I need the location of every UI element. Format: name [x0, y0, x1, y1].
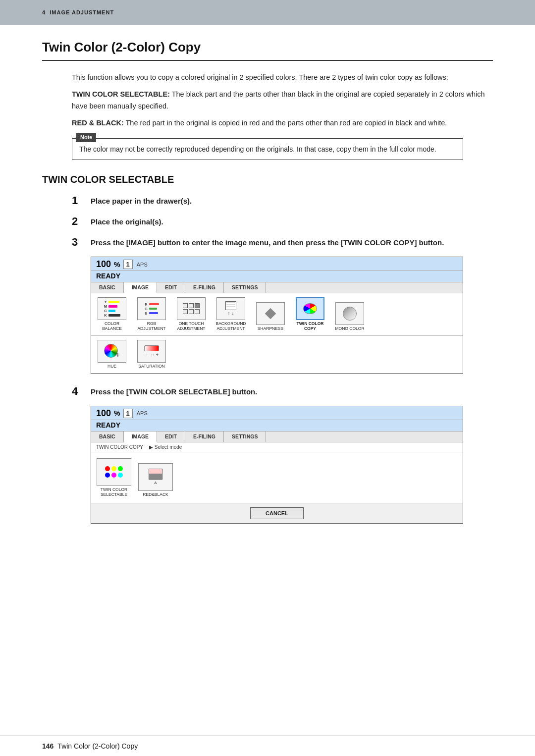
- ui-aps-2: APS: [137, 410, 148, 416]
- step-2-text: Place the original(s).: [91, 215, 163, 227]
- one-touch-label: ONE TOUCH ADJUSTMENT: [173, 321, 209, 331]
- ui-inner-label: TWIN COLOR COPY ▶ Select mode: [91, 442, 463, 452]
- main-content: Twin Color (2-Color) Copy This function …: [0, 25, 535, 564]
- rgb-sliders-display: R G B: [145, 303, 159, 315]
- intro-para3: RED & BLACK: The red part in the origina…: [72, 117, 493, 129]
- ui-page-1: 1: [123, 260, 133, 269]
- ui-percent-sym-1: %: [114, 261, 120, 269]
- color-bars-display: Y M C K: [103, 299, 121, 318]
- twin-color-icon: [296, 297, 324, 320]
- rgb-icon: R G B: [137, 297, 166, 320]
- color-balance-icon: Y M C K: [98, 297, 126, 320]
- footer-title: Twin Color (2-Color) Copy: [57, 742, 138, 750]
- step-1-num: 1: [72, 194, 91, 207]
- ui-tab-bar-2: BASIC IMAGE EDIT E-FILING SETTINGS: [91, 432, 463, 442]
- ui-tab-image-1[interactable]: IMAGE: [124, 282, 157, 293]
- ui-btn-one-touch[interactable]: ONE TOUCH ADJUSTMENT: [173, 297, 209, 331]
- background-icon: ↑ ↓: [216, 297, 245, 320]
- hue-icon: +: [98, 340, 126, 363]
- ui-tab-settings-1[interactable]: SETTINGS: [224, 282, 267, 293]
- footer-page-num: 146: [42, 742, 54, 750]
- hue-display: +: [102, 342, 122, 360]
- ui-mockup-2: 100 % 1 APS READY BASIC IMAGE EDIT E-FIL…: [91, 406, 463, 524]
- ui-tab-efiling-1[interactable]: E-FILING: [185, 282, 224, 293]
- header-bar: 4 IMAGE ADJUSTMENT: [0, 0, 535, 25]
- step-4-text: Press the [TWIN COLOR SELECTABLE] button…: [91, 385, 257, 397]
- rgb-label: RGB ADJUSTMENT: [134, 321, 169, 331]
- ui-tab-bar-1: BASIC IMAGE EDIT E-FILING SETTINGS: [91, 282, 463, 293]
- mono-color-label: MONO COLOR: [335, 326, 364, 331]
- step-4-num: 4: [72, 385, 91, 398]
- note-label: Note: [76, 133, 96, 143]
- ui-percent-sym-2: %: [114, 409, 120, 417]
- intro-section: This function allows you to copy a color…: [72, 72, 493, 129]
- sharpness-icon: [256, 302, 285, 325]
- ui-btn-mono-color[interactable]: MONO COLOR: [332, 302, 368, 331]
- ui-tab-basic-2[interactable]: BASIC: [91, 432, 124, 442]
- intro-para1: This function allows you to copy a color…: [72, 72, 493, 84]
- ui-tab-settings-2[interactable]: SETTINGS: [224, 432, 267, 442]
- page-title: Twin Color (2-Color) Copy: [42, 40, 493, 61]
- step-4: 4 Press the [TWIN COLOR SELECTABLE] butt…: [72, 385, 493, 398]
- ui-top-bar-2: 100 % 1 APS: [91, 406, 463, 420]
- ui-tab-edit-2[interactable]: EDIT: [157, 432, 185, 442]
- ui-percent-2: 100: [96, 408, 111, 419]
- ui-buttons-row-2: + HUE — ↔ + SATURATION: [91, 335, 463, 373]
- ui-aps-1: APS: [137, 262, 148, 268]
- step-3-text: Press the [IMAGE] button to enter the im…: [91, 236, 444, 248]
- cancel-bar: CANCEL: [91, 503, 463, 523]
- ui-btn-background[interactable]: ↑ ↓ BACKGROUND ADJUSTMENT: [213, 297, 249, 331]
- ui-tab-image-2[interactable]: IMAGE: [124, 432, 157, 442]
- ui-page-2: 1: [123, 409, 133, 418]
- sharpness-display: [267, 310, 274, 318]
- step-1: 1 Place paper in the drawer(s).: [72, 194, 493, 207]
- ui-btn-saturation[interactable]: — ↔ + SATURATION: [134, 340, 169, 369]
- step-2-num: 2: [72, 215, 91, 228]
- ui-top-bar-1: 100 % 1 APS: [91, 257, 463, 271]
- ui-buttons-row2: TWIN COLOR SELECTABLE A RED&BLACK: [91, 452, 463, 503]
- ui-ready-2: READY: [91, 420, 463, 432]
- ui-tab-edit-1[interactable]: EDIT: [157, 282, 185, 293]
- ui-buttons-row-1: Y M C K: [91, 293, 463, 335]
- one-touch-icon: [177, 297, 206, 320]
- step-2: 2 Place the original(s).: [72, 215, 493, 228]
- ui-btn-red-black[interactable]: A RED&BLACK: [138, 463, 173, 497]
- ui-btn-twin-selectable[interactable]: TWIN COLOR SELECTABLE: [96, 458, 132, 497]
- ui-btn-hue[interactable]: + HUE: [94, 340, 130, 369]
- ui-btn-color-balance[interactable]: Y M C K: [94, 297, 130, 331]
- saturation-label: SATURATION: [138, 364, 165, 369]
- intro-para2: TWIN COLOR SELECTABLE: The black part an…: [72, 89, 493, 112]
- ui-percent-1: 100: [96, 259, 111, 270]
- section-heading: TWIN COLOR SELECTABLE: [42, 174, 493, 185]
- mono-display: [343, 307, 357, 321]
- red-black-icon: A: [138, 463, 173, 491]
- red-black-label: RED&BLACK: [143, 492, 168, 497]
- twin-selectable-icon: [97, 458, 131, 486]
- step-3-num: 3: [72, 236, 91, 249]
- ui-mockup-1: 100 % 1 APS READY BASIC IMAGE EDIT E-FIL…: [91, 257, 463, 374]
- hue-label: HUE: [107, 364, 116, 369]
- step-1-text: Place paper in the drawer(s).: [91, 194, 192, 207]
- saturation-icon: — ↔ +: [137, 340, 166, 363]
- ui-tab-basic-1[interactable]: BASIC: [91, 282, 124, 293]
- chapter-label: 4 IMAGE ADJUSTMENT: [42, 9, 114, 15]
- mono-color-icon: [335, 302, 364, 325]
- ui-btn-rgb[interactable]: R G B RGB ADJUSTMENT: [134, 297, 169, 331]
- footer: 146 Twin Color (2-Color) Copy: [0, 736, 535, 756]
- cancel-button[interactable]: CANCEL: [250, 507, 304, 519]
- ui-btn-twin-color[interactable]: TWIN COLOR COPY: [292, 297, 328, 331]
- note-text: The color may not be correctly reproduce…: [79, 144, 456, 155]
- ui-select-mode: ▶ Select mode: [149, 444, 182, 450]
- one-touch-squares-display: [183, 303, 200, 314]
- twin-selectable-label: TWIN COLOR SELECTABLE: [97, 487, 131, 497]
- color-balance-label: COLOR BALANCE: [94, 321, 130, 331]
- ui-btn-sharpness[interactable]: SHARPNESS: [253, 302, 288, 331]
- background-label: BACKGROUND ADJUSTMENT: [213, 321, 249, 331]
- ui-inner-label-text: TWIN COLOR COPY: [96, 444, 143, 450]
- ui-tab-efiling-2[interactable]: E-FILING: [185, 432, 224, 442]
- twin-color-label: TWIN COLOR COPY: [292, 321, 328, 331]
- note-box: Note The color may not be correctly repr…: [72, 138, 463, 160]
- ui-ready-1: READY: [91, 271, 463, 282]
- sharpness-label: SHARPNESS: [258, 326, 283, 331]
- step-3: 3 Press the [IMAGE] button to enter the …: [72, 236, 493, 249]
